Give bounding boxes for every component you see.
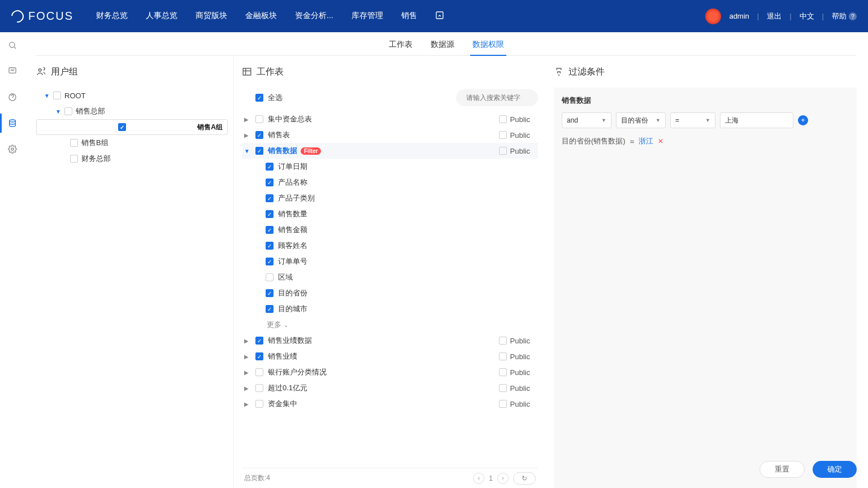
- row-checkbox[interactable]: [266, 273, 274, 281]
- worksheet-row[interactable]: ▶销售表Public: [242, 127, 538, 143]
- tree-caret-icon[interactable]: ▼: [44, 93, 50, 99]
- tree-row[interactable]: ▼ROOT: [36, 88, 228, 103]
- worksheet-row[interactable]: ▶销售数量: [242, 206, 538, 222]
- row-checkbox[interactable]: [255, 384, 263, 392]
- row-caret-icon[interactable]: ▼: [244, 148, 251, 154]
- worksheet-row[interactable]: ▶区域: [242, 269, 538, 285]
- public-checkbox[interactable]: [499, 337, 507, 345]
- row-checkbox[interactable]: [266, 194, 274, 202]
- worksheet-row[interactable]: ▶超过0.1亿元Public: [242, 380, 538, 396]
- public-toggle[interactable]: Public: [499, 384, 530, 393]
- search-icon[interactable]: [7, 40, 18, 50]
- tree-row[interactable]: 销售A组: [36, 119, 228, 135]
- worksheet-row[interactable]: ▶订单单号: [242, 254, 538, 269]
- worksheet-row[interactable]: ▶顾客姓名: [242, 238, 538, 254]
- public-checkbox[interactable]: [499, 400, 507, 408]
- lang-link[interactable]: 中文: [800, 11, 814, 21]
- help-icon[interactable]: [7, 92, 18, 102]
- row-caret-icon[interactable]: ▶: [244, 385, 251, 391]
- row-checkbox[interactable]: [266, 178, 274, 186]
- tree-checkbox[interactable]: [64, 107, 72, 115]
- nav-inventory[interactable]: 库存管理: [351, 11, 383, 21]
- row-caret-icon[interactable]: ▶: [244, 116, 251, 123]
- nav-edit-icon[interactable]: [435, 11, 444, 21]
- row-checkbox[interactable]: [255, 147, 263, 155]
- worksheet-row[interactable]: ▼销售数据FilterPublic: [242, 143, 538, 159]
- value-input[interactable]: 上海: [720, 112, 793, 128]
- public-toggle[interactable]: Public: [499, 115, 530, 124]
- page-next-button[interactable]: ›: [497, 473, 509, 484]
- row-caret-icon[interactable]: ▶: [244, 369, 251, 376]
- tree-checkbox[interactable]: [118, 123, 126, 131]
- row-caret-icon[interactable]: ▶: [244, 401, 251, 407]
- search-input[interactable]: [466, 94, 551, 102]
- worksheet-row[interactable]: ▶目的省份: [242, 285, 538, 301]
- nav-sales[interactable]: 销售: [401, 11, 417, 21]
- row-checkbox[interactable]: [266, 163, 274, 171]
- row-caret-icon[interactable]: ▶: [244, 132, 251, 138]
- tab-permission[interactable]: 数据权限: [470, 32, 506, 56]
- nav-finance[interactable]: 财务总览: [96, 11, 128, 21]
- row-checkbox[interactable]: [255, 400, 263, 408]
- confirm-button[interactable]: 确定: [813, 461, 857, 478]
- public-checkbox[interactable]: [499, 147, 507, 155]
- tree-checkbox[interactable]: [70, 139, 78, 147]
- public-checkbox[interactable]: [499, 368, 507, 376]
- logic-select[interactable]: and▼: [562, 112, 611, 128]
- row-checkbox[interactable]: [255, 131, 263, 139]
- nav-hr[interactable]: 人事总览: [146, 11, 177, 21]
- public-toggle[interactable]: Public: [499, 337, 530, 345]
- row-caret-icon[interactable]: ▶: [244, 338, 251, 344]
- refresh-button[interactable]: ↻: [513, 472, 536, 485]
- search-box[interactable]: [456, 89, 538, 106]
- row-checkbox[interactable]: [255, 368, 263, 376]
- row-checkbox[interactable]: [266, 289, 274, 297]
- nav-funds[interactable]: 资金分析...: [295, 11, 333, 21]
- page-prev-button[interactable]: ‹: [473, 473, 484, 484]
- worksheet-row[interactable]: ▶销售业绩Public: [242, 348, 538, 364]
- logout-link[interactable]: 退出: [767, 11, 782, 21]
- row-checkbox[interactable]: [255, 115, 263, 123]
- dashboard-icon[interactable]: [7, 66, 18, 76]
- public-checkbox[interactable]: [499, 131, 507, 139]
- row-checkbox[interactable]: [255, 352, 263, 360]
- tree-checkbox[interactable]: [70, 155, 78, 163]
- help-link[interactable]: 帮助?: [832, 11, 857, 21]
- tree-checkbox[interactable]: [53, 91, 61, 99]
- row-checkbox[interactable]: [266, 210, 274, 218]
- worksheet-row[interactable]: ▶订单日期: [242, 159, 538, 175]
- public-toggle[interactable]: Public: [499, 147, 530, 155]
- public-toggle[interactable]: Public: [499, 352, 530, 361]
- worksheet-row[interactable]: ▶集中资金总表Public: [242, 111, 538, 127]
- worksheet-row[interactable]: ▶产品子类别: [242, 190, 538, 206]
- public-toggle[interactable]: Public: [499, 368, 530, 377]
- avatar[interactable]: [705, 8, 721, 24]
- add-condition-button[interactable]: +: [798, 115, 808, 125]
- public-toggle[interactable]: Public: [499, 131, 530, 140]
- tree-row[interactable]: 销售B组: [36, 135, 228, 151]
- worksheet-row[interactable]: ▶销售金额: [242, 222, 538, 238]
- public-checkbox[interactable]: [499, 115, 507, 123]
- worksheet-row[interactable]: ▶银行账户分类情况Public: [242, 364, 538, 380]
- row-checkbox[interactable]: [266, 258, 274, 265]
- row-checkbox[interactable]: [266, 226, 274, 234]
- row-checkbox[interactable]: [255, 337, 263, 345]
- public-checkbox[interactable]: [499, 384, 507, 392]
- row-checkbox[interactable]: [266, 242, 274, 250]
- worksheet-row[interactable]: ▶产品名称: [242, 175, 538, 190]
- reset-button[interactable]: 重置: [760, 461, 805, 478]
- delete-condition-button[interactable]: ✕: [658, 137, 663, 145]
- nav-financial[interactable]: 金融板块: [245, 11, 277, 21]
- op-select[interactable]: =▼: [670, 112, 715, 128]
- nav-trade[interactable]: 商贸版块: [196, 11, 227, 21]
- public-toggle[interactable]: Public: [499, 400, 530, 408]
- row-checkbox[interactable]: [266, 305, 274, 313]
- select-all-row[interactable]: ✓ 全选: [242, 93, 283, 103]
- tree-row[interactable]: 财务总部: [36, 151, 228, 167]
- field-select[interactable]: 目的省份▼: [616, 112, 666, 128]
- tab-worksheet[interactable]: 工作表: [387, 32, 415, 56]
- more-row[interactable]: 更多 ⌄: [242, 317, 538, 333]
- public-checkbox[interactable]: [499, 352, 507, 360]
- worksheet-row[interactable]: ▶资金集中Public: [242, 396, 538, 412]
- data-icon[interactable]: [7, 118, 18, 128]
